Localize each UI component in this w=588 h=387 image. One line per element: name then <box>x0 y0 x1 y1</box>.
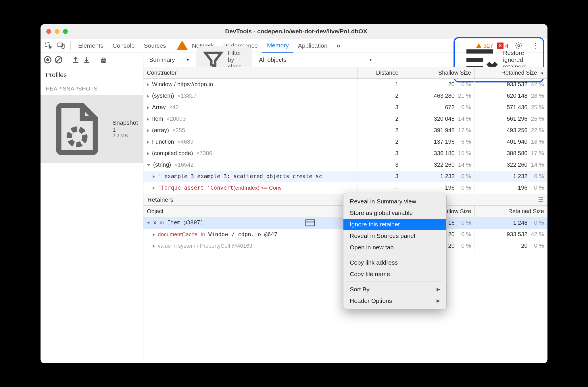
tab-console[interactable]: Console <box>108 39 139 53</box>
maximize-button[interactable] <box>63 29 68 34</box>
close-button[interactable] <box>46 29 51 34</box>
menu-item[interactable]: Reveal in Summary view <box>343 196 446 207</box>
main-content: Constructor Distance Shallow Size Retain… <box>143 67 547 363</box>
minimize-button[interactable] <box>55 29 59 34</box>
object-filter-dropdown[interactable]: All objects <box>256 56 289 63</box>
table-row[interactable]: (string) ×165423322 260 14 %322 260 14 % <box>143 159 547 171</box>
menu-item[interactable]: Open in new tab <box>343 242 446 253</box>
window-title: DevTools - codepen.io/web-dot-dev/live/P… <box>68 28 542 35</box>
view-dropdown[interactable]: Summary ▼ <box>147 55 192 64</box>
col-distance[interactable]: Distance <box>358 67 402 79</box>
menu-item[interactable]: Copy file name <box>343 268 446 280</box>
devtools-window: DevTools - codepen.io/web-dot-dev/live/P… <box>41 24 547 363</box>
memory-toolbar: Summary ▼ Filter by class All objects ▼ … <box>41 53 547 67</box>
menu-item[interactable]: Store as global variable <box>343 207 446 219</box>
menu-item[interactable]: Sort By▶ <box>343 284 446 295</box>
inspect-icon[interactable] <box>45 42 53 50</box>
menu-item[interactable]: Copy link address <box>343 257 446 268</box>
record-icon[interactable] <box>43 55 52 64</box>
snapshot-size: 2.2 MB <box>112 133 138 139</box>
table-row[interactable]: "Torque assert 'Convert(endIndex) <= Con… <box>143 182 547 194</box>
table-row[interactable]: Function ×46892137 196 6 %401 940 18 % <box>143 136 547 148</box>
device-icon[interactable] <box>57 42 65 50</box>
gc-icon[interactable] <box>99 55 108 64</box>
menu-item[interactable]: Header Options▶ <box>343 295 446 307</box>
heap-snapshots-section-label: HEAP SNAPSHOTS <box>41 83 143 95</box>
col-shallow[interactable]: Shallow Size <box>402 67 475 79</box>
constructors-table: Constructor Distance Shallow Size Retain… <box>143 67 547 194</box>
context-menu: Reveal in Summary viewStore as global va… <box>343 193 447 309</box>
svg-point-14 <box>69 129 85 145</box>
menu-item[interactable]: Reveal in Sources panel <box>343 230 446 242</box>
table-row[interactable]: " example 3 example 3: scattered objects… <box>143 171 547 182</box>
col-constructor[interactable]: Constructor <box>143 67 358 79</box>
profiles-header: Profiles <box>41 67 143 83</box>
table-row[interactable]: (compiled code) ×73863336 180 15 %388 58… <box>143 148 547 159</box>
col-retained[interactable]: Retained Size ▼ <box>475 67 547 79</box>
download-icon[interactable] <box>82 55 91 64</box>
traffic-lights <box>46 29 68 34</box>
upload-icon[interactable] <box>71 55 80 64</box>
rcol-retained[interactable]: Retained Size <box>475 206 547 217</box>
table-row[interactable]: Array ×423672 0 %571 436 25 % <box>143 102 547 113</box>
table-row[interactable]: (array) ×2552391 948 17 %493 256 22 % <box>143 125 547 136</box>
menu-item[interactable]: Ignore this retainer <box>343 219 446 230</box>
svg-point-5 <box>46 58 49 61</box>
snapshot-name: Snapshot 1 <box>112 119 138 133</box>
hamburger-icon[interactable]: ☰ <box>538 196 543 203</box>
rcol-object[interactable]: Object <box>143 206 358 217</box>
profiles-sidebar: Profiles HEAP SNAPSHOTS Snapshot 1 2.2 M… <box>41 67 143 363</box>
tab-elements[interactable]: Elements <box>74 39 108 53</box>
chevron-down-icon[interactable]: ▼ <box>368 57 374 62</box>
svg-rect-15 <box>306 220 315 226</box>
clear-icon[interactable] <box>54 55 63 64</box>
titlebar: DevTools - codepen.io/web-dot-dev/live/P… <box>41 24 547 39</box>
table-row[interactable]: Window / https://cdpn.io 120 0 %933 532 … <box>143 79 547 90</box>
snapshot-item[interactable]: Snapshot 1 2.2 MB <box>41 95 143 163</box>
table-row[interactable]: (system) ×138172463 280 21 %620 148 28 % <box>143 90 547 102</box>
table-row[interactable]: Item ×200032320 048 14 %561 296 25 % <box>143 113 547 125</box>
